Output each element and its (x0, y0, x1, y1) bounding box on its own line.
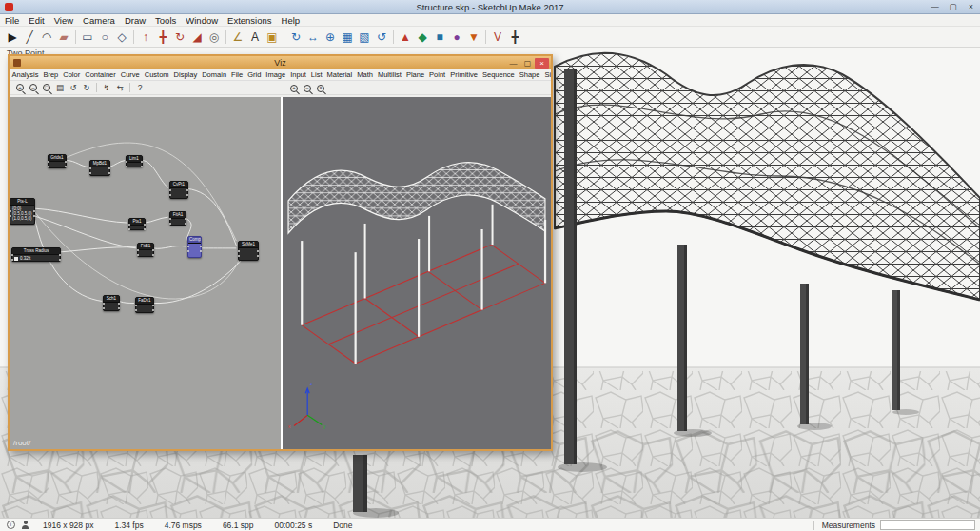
pushpull-tool-icon[interactable]: ↑ (137, 29, 154, 46)
viz-menu-item[interactable]: Primitive (448, 70, 480, 79)
preview-zoom-out-icon[interactable]: − (304, 85, 311, 92)
viz-menu-item[interactable]: Math (355, 70, 376, 79)
node-grids[interactable]: Grids1 (48, 154, 67, 168)
viz-menu-item[interactable]: List (308, 70, 324, 79)
extension-icon-green[interactable]: ◆ (414, 29, 431, 46)
viz-toolbar-separator[interactable] (96, 83, 97, 92)
toolbar-separator[interactable] (284, 30, 284, 44)
viz-menu-item[interactable]: Color (61, 70, 83, 79)
text-tool-icon[interactable]: A (246, 29, 264, 46)
viz-maximize-icon[interactable]: ▢ (520, 58, 535, 69)
eraser-tool-icon[interactable]: ▰ (55, 29, 72, 46)
node-truss-radius-slider[interactable]: Truss Radius 0.32ft (11, 247, 61, 262)
offset-tool-icon[interactable]: ◎ (206, 29, 223, 46)
node-lim[interactable]: Lim1 (126, 155, 143, 167)
toolbar-separator[interactable] (485, 30, 486, 44)
previous-view-icon[interactable]: ↺ (373, 29, 390, 46)
viz-extension-icon[interactable]: V (489, 29, 506, 46)
viz-undo-icon[interactable]: ↺ (69, 82, 79, 93)
move-tool-icon[interactable]: ╋ (154, 29, 171, 46)
menu-item[interactable]: Help (277, 15, 305, 26)
menu-item[interactable]: Camera (78, 15, 120, 26)
viz-zoom-out-icon[interactable]: − (29, 84, 37, 91)
zoom-window-icon[interactable]: ▦ (339, 29, 356, 46)
menu-item[interactable]: Edit (24, 15, 49, 26)
preview-zoom-in-icon[interactable]: + (290, 85, 298, 92)
node-fita[interactable]: FitA1 (169, 211, 186, 226)
node-skme[interactable]: SkMe1 (238, 241, 259, 261)
viz-menu-item[interactable]: Custom (142, 70, 171, 79)
viz-menu-item[interactable]: Image (264, 70, 288, 79)
viz-menu-item[interactable]: Brep (41, 70, 61, 79)
preview-zoom-extents-icon[interactable]: × (317, 85, 324, 92)
viz-preview-viewport[interactable]: z x y (283, 97, 551, 449)
viz-zoom-window-icon[interactable]: □ (43, 84, 50, 91)
extension-icon-dark[interactable]: ╋ (506, 29, 523, 46)
node-sch[interactable]: Sch1 (103, 295, 120, 311)
toolbar-separator[interactable] (225, 30, 226, 44)
viz-menu-item[interactable]: Material (324, 70, 355, 79)
select-tool-icon[interactable]: ▶ (4, 29, 21, 46)
menu-item[interactable]: Tools (150, 15, 181, 26)
zoom-tool-icon[interactable]: ⊕ (322, 29, 339, 46)
minimize-icon[interactable]: — (926, 0, 944, 13)
viz-recompute-icon[interactable]: ↯ (102, 82, 112, 93)
node-point-panel[interactable]: Pts-L {0;0} (0.5,0.5,0) (1.0,0.5,0) (10, 198, 35, 225)
toolbar-separator[interactable] (75, 30, 76, 44)
scale-tool-icon[interactable]: ◢ (188, 29, 206, 46)
orbit-tool-icon[interactable]: ↻ (287, 29, 304, 46)
pan-tool-icon[interactable]: ↔ (304, 29, 322, 46)
viz-toolbar-separator[interactable] (129, 83, 130, 92)
viz-menu-item[interactable]: Input (288, 70, 309, 79)
node-cvpt[interactable]: CvPt1 (169, 181, 188, 199)
viz-menu-item[interactable]: Multilist (375, 70, 403, 79)
viz-menu-item[interactable]: Container (83, 70, 119, 79)
rotate-tool-icon[interactable]: ↻ (171, 29, 188, 46)
viz-menu-item[interactable]: Shape (517, 70, 542, 79)
viz-redo-icon[interactable]: ↻ (82, 82, 92, 93)
viz-menu-item[interactable]: Analysis (10, 70, 41, 79)
menu-item[interactable]: File (0, 15, 24, 26)
viz-titlebar[interactable]: Viz — ▢ × (10, 56, 551, 69)
node-fitb[interactable]: FitB1 (137, 243, 154, 257)
viz-close-icon[interactable]: × (535, 58, 549, 69)
toolbar-separator[interactable] (393, 30, 394, 44)
toolbar-separator[interactable] (133, 30, 134, 44)
maximize-icon[interactable]: ▢ (944, 0, 962, 13)
paint-bucket-icon[interactable]: ▣ (264, 29, 281, 46)
measurements-input[interactable] (880, 520, 975, 530)
viz-sync-icon[interactable]: ⇆ (115, 82, 126, 93)
circle-tool-icon[interactable]: ○ (96, 29, 113, 46)
tape-measure-icon[interactable]: ∠ (229, 29, 246, 46)
menu-item[interactable]: Extensions (223, 15, 276, 26)
credit-attribution-icon[interactable] (21, 521, 29, 529)
viz-menu-item[interactable]: Grid (245, 70, 264, 79)
menu-item[interactable]: View (49, 15, 78, 26)
window-titlebar[interactable]: Structure.skp - SketchUp Make 2017 — ▢ × (0, 0, 980, 14)
arc-tool-icon[interactable]: ◠ (38, 29, 55, 46)
close-icon[interactable]: × (962, 0, 980, 13)
extension-icon-red[interactable]: ▲ (397, 29, 414, 46)
polygon-tool-icon[interactable]: ◇ (113, 29, 130, 46)
viz-menu-item[interactable]: Display (171, 70, 200, 79)
viz-help-icon[interactable]: ? (135, 82, 146, 93)
node-pts[interactable]: Pts1 (128, 218, 146, 230)
viz-menu-item[interactable]: Domain (200, 70, 229, 79)
extension-icon-purple[interactable]: ● (448, 29, 465, 46)
line-tool-icon[interactable]: ╱ (21, 29, 38, 46)
node-mpbd[interactable]: MpBd1 (89, 160, 110, 176)
extension-icon-orange[interactable]: ▼ (465, 29, 482, 46)
viz-zoom-in-icon[interactable]: + (16, 84, 24, 91)
node-graph-canvas[interactable]: Grids1 MpBd1 Lim1 CvPt1 (10, 97, 283, 449)
viz-menu-item[interactable]: Sequence (480, 70, 517, 79)
viz-menu-item[interactable]: File (229, 70, 245, 79)
rectangle-tool-icon[interactable]: ▭ (79, 29, 96, 46)
node-fadv[interactable]: FaDv1 (135, 297, 154, 313)
geolocation-icon[interactable]: i (7, 521, 15, 529)
viz-frame-all-icon[interactable]: ▤ (55, 82, 66, 93)
zoom-extents-icon[interactable]: ▧ (356, 29, 373, 46)
viz-menu-item[interactable]: Sink (542, 70, 551, 79)
node-comp[interactable]: Comp1 (187, 236, 202, 258)
viz-menu-item[interactable]: Curve (118, 70, 142, 79)
viz-menu-item[interactable]: Point (427, 70, 448, 79)
